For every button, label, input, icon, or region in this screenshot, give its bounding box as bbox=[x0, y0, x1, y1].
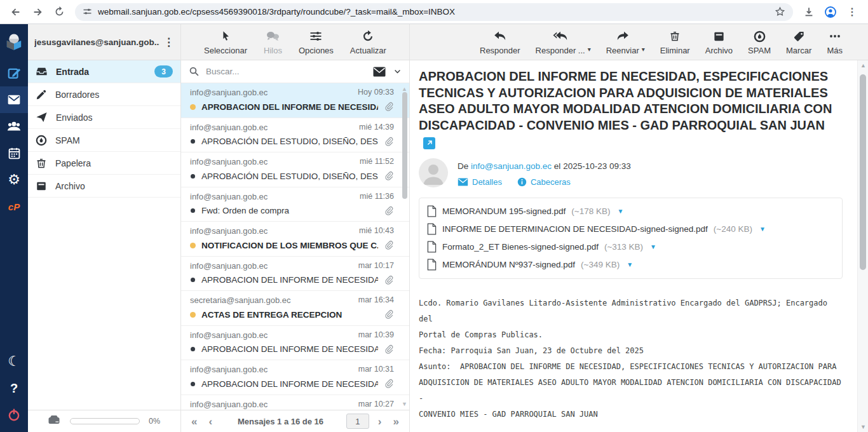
reader-scrollbar[interactable]: ▲ ▼ bbox=[857, 60, 868, 432]
last-page-icon[interactable]: » bbox=[391, 416, 402, 427]
dark-mode-button[interactable]: ☾ bbox=[0, 348, 28, 375]
help-button[interactable]: ? bbox=[0, 375, 28, 402]
read-status-dot[interactable] bbox=[190, 104, 196, 110]
downloads-icon[interactable] bbox=[799, 3, 818, 22]
browser-profile-icon[interactable] bbox=[821, 3, 840, 22]
delete-button[interactable]: Eliminar bbox=[660, 29, 690, 60]
first-page-icon[interactable]: « bbox=[189, 416, 200, 427]
message-date: mié 10:43 bbox=[359, 226, 394, 236]
message-row[interactable]: info@sanjuan.gob.ec Hoy 09:33 APROBACION… bbox=[181, 83, 409, 118]
list-scroll-down-icon[interactable]: ▼ bbox=[402, 401, 407, 407]
folder-borradores[interactable]: Borradores bbox=[28, 83, 180, 106]
browser-menu-icon[interactable]: ⋮ bbox=[843, 3, 862, 22]
read-status-dot[interactable] bbox=[191, 174, 195, 179]
reply-all-button[interactable]: Responder ... bbox=[536, 29, 585, 55]
reply-all-caret-icon[interactable]: ▾ bbox=[588, 46, 591, 53]
reader-scrollbar-thumb[interactable] bbox=[860, 74, 866, 270]
logout-button[interactable] bbox=[0, 402, 28, 428]
folder-label: Papelera bbox=[55, 158, 91, 168]
message-sender: info@sanjuan.gob.ec bbox=[190, 400, 268, 409]
threads-label: Hilos bbox=[264, 46, 282, 55]
read-status-dot[interactable] bbox=[191, 382, 195, 386]
refresh-icon bbox=[362, 29, 374, 43]
message-date: 2025-10-23 09:33 bbox=[563, 161, 631, 171]
archive-button[interactable]: Archivo bbox=[705, 29, 733, 60]
open-in-new-window-icon[interactable] bbox=[423, 137, 435, 149]
headers-link[interactable]: Cabeceras bbox=[517, 177, 571, 187]
site-settings-icon[interactable] bbox=[83, 7, 92, 17]
options-button[interactable]: Opciones bbox=[299, 29, 334, 60]
browser-toolbar: webmail.sanjuan.gob.ec/cpsess4569390018/… bbox=[0, 0, 868, 24]
page-number-input[interactable]: 1 bbox=[346, 414, 369, 429]
more-button[interactable]: Más bbox=[827, 29, 843, 60]
app-rail: ⚙ cP ☾ ? bbox=[0, 24, 28, 432]
threads-button[interactable]: Hilos bbox=[264, 29, 282, 60]
browser-forward-icon[interactable] bbox=[28, 3, 47, 22]
forward-caret-icon[interactable]: ▾ bbox=[642, 46, 645, 53]
search-scope-mail-icon[interactable] bbox=[373, 67, 386, 77]
folder-entrada[interactable]: Entrada 3 bbox=[28, 60, 180, 83]
message-subject: APROBACIÓN DEL ESTUDIO, DISEÑO, DESA... bbox=[201, 172, 378, 181]
refresh-button[interactable]: Actualizar bbox=[350, 29, 386, 60]
attachment-item[interactable]: INFORME DE DETERMINACION DE NECESIDAD-si… bbox=[427, 220, 834, 238]
read-status-dot[interactable] bbox=[191, 278, 195, 282]
settings-nav-button[interactable]: ⚙ bbox=[0, 166, 28, 193]
calendar-nav-button[interactable] bbox=[0, 140, 28, 166]
message-row[interactable]: info@sanjuan.gob.ec mié 14:39 APROBACIÓN… bbox=[181, 118, 409, 153]
address-bar[interactable]: webmail.sanjuan.gob.ec/cpsess4569390018/… bbox=[75, 3, 793, 21]
contacts-nav-button[interactable] bbox=[0, 113, 28, 140]
attachment-menu-caret-icon[interactable]: ▼ bbox=[627, 261, 633, 268]
select-button[interactable]: Seleccionar bbox=[204, 29, 247, 60]
sender-email-link[interactable]: info@sanjuan.gob.ec bbox=[471, 161, 552, 171]
attachment-item[interactable]: MEMORÁNDUM Nº937-signed.pdf (~349 KB) ▼ bbox=[427, 256, 834, 274]
folder-papelera[interactable]: Papelera bbox=[28, 152, 180, 175]
read-status-dot[interactable] bbox=[191, 208, 195, 213]
bookmark-star-icon[interactable] bbox=[775, 6, 785, 17]
folder-spam[interactable]: SPAM bbox=[28, 129, 180, 152]
message-row[interactable]: info@sanjuan.gob.ec mié 11:52 APROBACIÓN… bbox=[181, 152, 409, 187]
reply-button[interactable]: Responder bbox=[480, 29, 520, 60]
message-body-paragraph: Lcdo. Romario Gavilanes Litardo-Asistent… bbox=[419, 295, 843, 422]
mark-button[interactable]: Marcar bbox=[786, 29, 811, 60]
cpanel-link[interactable]: cP bbox=[0, 193, 28, 220]
message-row[interactable]: info@sanjuan.gob.ec mié 11:36 Fwd: Orden… bbox=[181, 187, 409, 222]
url-text[interactable]: webmail.sanjuan.gob.ec/cpsess4569390018/… bbox=[98, 7, 769, 17]
forward-button[interactable]: Reenviar bbox=[606, 29, 639, 55]
attachment-menu-caret-icon[interactable]: ▼ bbox=[650, 243, 656, 250]
attachment-menu-caret-icon[interactable]: ▼ bbox=[618, 208, 624, 215]
browser-reload-icon[interactable] bbox=[50, 3, 69, 22]
message-row[interactable]: info@sanjuan.gob.ec mar 10:17 APROBACION… bbox=[181, 257, 409, 292]
mail-nav-button[interactable] bbox=[0, 86, 28, 113]
reader-scroll-down-icon[interactable]: ▼ bbox=[858, 424, 868, 430]
read-status-dot[interactable] bbox=[190, 312, 196, 318]
prev-page-icon[interactable]: ‹ bbox=[206, 416, 215, 427]
details-link[interactable]: Detalles bbox=[458, 177, 502, 187]
folder-enviados[interactable]: Enviados bbox=[28, 106, 180, 129]
attachment-item[interactable]: MEMORANDUM 195-signed.pdf (~178 KB) ▼ bbox=[427, 203, 834, 220]
search-options-chevron-icon[interactable] bbox=[393, 67, 402, 76]
attachment-item[interactable]: Formato_2_ET Bienes-signed-signed.pdf (~… bbox=[427, 238, 834, 256]
browser-back-icon[interactable] bbox=[6, 3, 25, 22]
next-page-icon[interactable]: › bbox=[376, 416, 384, 427]
attachment-menu-caret-icon[interactable]: ▼ bbox=[759, 226, 766, 233]
folder-archivo[interactable]: Archivo bbox=[28, 175, 180, 198]
read-status-dot[interactable] bbox=[191, 347, 195, 351]
message-row[interactable]: info@sanjuan.gob.ec mar 10:31 APROBACION… bbox=[181, 360, 409, 395]
list-scrollbar-thumb[interactable] bbox=[402, 92, 407, 199]
gear-icon: ⚙ bbox=[8, 173, 20, 187]
message-date: mar 16:34 bbox=[358, 295, 394, 305]
message-row[interactable]: secretaria@sanjuan.gob.ec mar 16:34 ACTA… bbox=[181, 291, 409, 326]
spam-button[interactable]: SPAM bbox=[748, 29, 771, 60]
message-row[interactable]: info@sanjuan.gob.ec mié 10:43 NOTIFICACI… bbox=[181, 222, 409, 257]
spam-label: SPAM bbox=[748, 46, 771, 55]
search-input[interactable] bbox=[206, 67, 367, 76]
message-row[interactable]: info@sanjuan.gob.ec mar 10:39 APROBACION… bbox=[181, 326, 409, 361]
reader-scroll-up-icon[interactable]: ▲ bbox=[858, 62, 868, 69]
compose-button[interactable] bbox=[0, 60, 28, 86]
message-row[interactable]: info@sanjuan.gob.ec mar 10:27 bbox=[181, 395, 409, 410]
read-status-dot[interactable] bbox=[191, 139, 195, 144]
list-scroll-up-icon[interactable]: ▲ bbox=[402, 86, 407, 92]
attachment-size: (~240 KB) bbox=[714, 224, 752, 234]
read-status-dot[interactable] bbox=[190, 243, 196, 248]
account-menu-icon[interactable]: ⋮ bbox=[159, 36, 178, 49]
